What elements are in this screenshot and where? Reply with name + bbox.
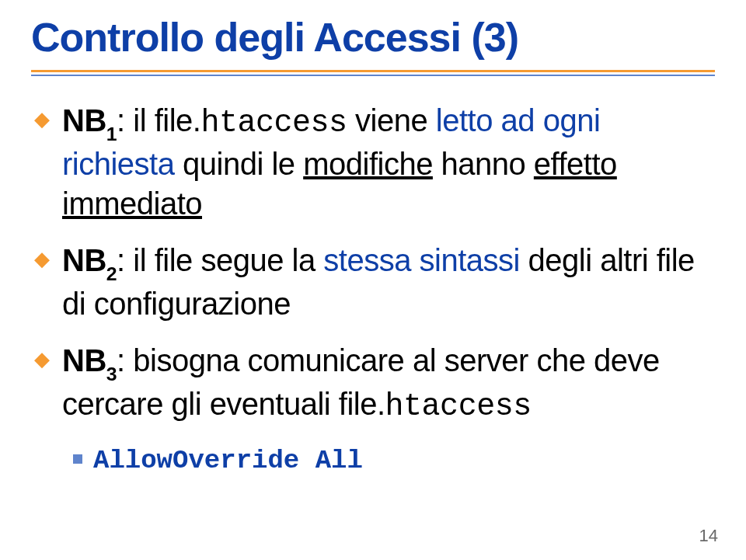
title-divider (31, 70, 715, 76)
diamond-icon: ◆ (34, 349, 50, 369)
slide-title: Controllo degli Accessi (3) (31, 14, 715, 61)
square-icon (73, 454, 82, 464)
sub-bullet-item: AllowOverride All (73, 443, 715, 478)
item-text-1: NB1: il file.htaccess viene letto ad ogn… (62, 101, 715, 224)
diamond-icon: ◆ (34, 249, 50, 269)
page-number: 14 (699, 526, 718, 546)
sub-item-text: AllowOverride All (93, 443, 363, 478)
diamond-icon: ◆ (34, 109, 50, 129)
item-text-3: NB3: bisogna comunicare al server che de… (62, 341, 715, 426)
bullet-item-1: ◆ NB1: il file.htaccess viene letto ad o… (34, 101, 715, 224)
bullet-item-2: ◆ NB2: il file segue la stessa sintassi … (34, 241, 715, 324)
bullet-item-3: ◆ NB3: bisogna comunicare al server che … (34, 341, 715, 426)
item-text-2: NB2: il file segue la stessa sintassi de… (62, 241, 715, 324)
slide-content: ◆ NB1: il file.htaccess viene letto ad o… (31, 81, 715, 478)
